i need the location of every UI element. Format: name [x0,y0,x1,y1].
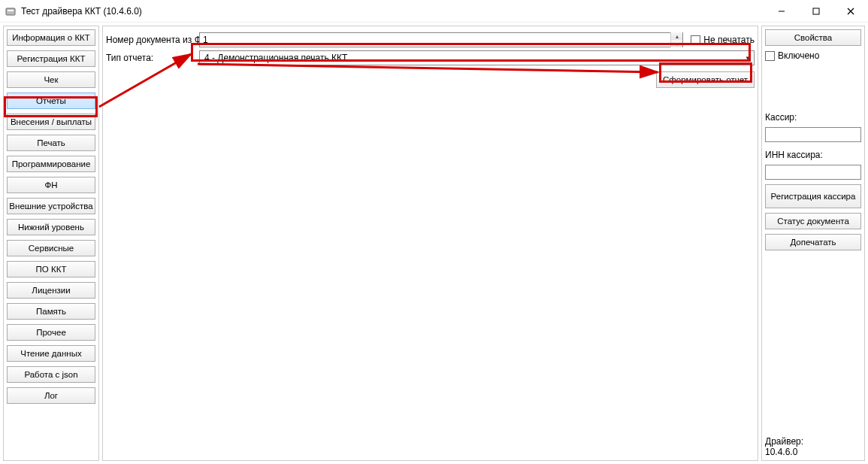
no-print-checkbox[interactable]: Не печатать [691,35,755,45]
nav-service[interactable]: Сервисные [7,240,95,256]
nav-inout[interactable]: Внесения / выплаты [7,114,95,130]
nav-external-devices[interactable]: Внешние устройства [7,198,95,214]
minimize-button[interactable] [764,0,799,23]
nav-log[interactable]: Лог [7,387,95,404]
svg-rect-3 [813,8,819,14]
titlebar: Тест драйвера ККТ (10.4.6.0) [0,0,868,23]
nav-fn[interactable]: ФН [7,177,95,193]
nav-read-data[interactable]: Чтение данных [7,345,95,362]
chevron-down-icon: ▼ [742,51,754,65]
nav-reports[interactable]: Отчеты [7,92,95,109]
close-button[interactable] [833,0,868,23]
nav-print[interactable]: Печать [7,135,95,151]
driver-label: Драйвер: [765,436,861,447]
nav-reg-kkt[interactable]: Регистрация ККТ [7,50,95,67]
cashier-label: Кассир: [765,112,861,123]
enabled-checkbox[interactable]: Включено [765,50,861,61]
cashier-inn-label: ИНН кассира: [765,150,861,160]
no-print-label: Не печатать [703,35,755,45]
cashier-input[interactable] [765,127,861,142]
report-type-value: 4 - Демонстрационная печать ККТ [200,53,742,63]
checkbox-box-icon [765,51,775,61]
nav-lower-level[interactable]: Нижний уровень [7,219,95,235]
doprint-button[interactable]: Допечатать [765,234,861,250]
nav-memory[interactable]: Память [7,303,95,320]
doc-num-input[interactable]: 1 ▲ ▼ [199,32,683,47]
enabled-label: Включено [778,50,819,61]
svg-rect-0 [6,8,15,15]
nav-licenses[interactable]: Лицензии [7,282,95,299]
cashier-inn-input[interactable] [765,165,861,180]
checkbox-box-icon [691,35,700,45]
svg-rect-1 [8,10,14,11]
nav-programming[interactable]: Программирование [7,156,95,172]
spin-up-icon[interactable]: ▲ [671,32,682,40]
doc-num-value: 1 [200,35,670,45]
report-type-dropdown[interactable]: 4 - Демонстрационная печать ККТ ▼ [199,50,755,65]
right-panel: Свойства Включено Кассир: ИНН кассира: Р… [761,26,865,461]
nav-info-kkt[interactable]: Информация о ККТ [7,29,95,46]
nav-other[interactable]: Прочее [7,324,95,341]
properties-button[interactable]: Свойства [765,29,861,46]
nav-check[interactable]: Чек [7,71,95,88]
spin-down-icon[interactable]: ▼ [671,40,682,47]
doc-status-button[interactable]: Статус документа [765,213,861,229]
nav-po-kkt[interactable]: ПО ККТ [7,261,95,277]
register-cashier-button[interactable]: Регистрация кассира [765,184,861,208]
driver-version: 10.4.6.0 [765,447,861,457]
generate-report-button[interactable]: Сформировать отчет [656,71,755,88]
doc-num-label: Номер документа из ФН: [106,35,196,45]
app-icon [5,5,17,17]
main-panel: Номер документа из ФН: 1 ▲ ▼ Не печатать… [102,26,758,461]
maximize-button[interactable] [799,0,833,23]
nav-panel: Информация о ККТ Регистрация ККТ Чек Отч… [3,26,99,461]
report-type-label: Тип отчета: [106,53,196,63]
nav-json[interactable]: Работа с json [7,366,95,383]
driver-info: Драйвер: 10.4.6.0 [765,436,861,457]
window-title: Тест драйвера ККТ (10.4.6.0) [21,6,142,17]
